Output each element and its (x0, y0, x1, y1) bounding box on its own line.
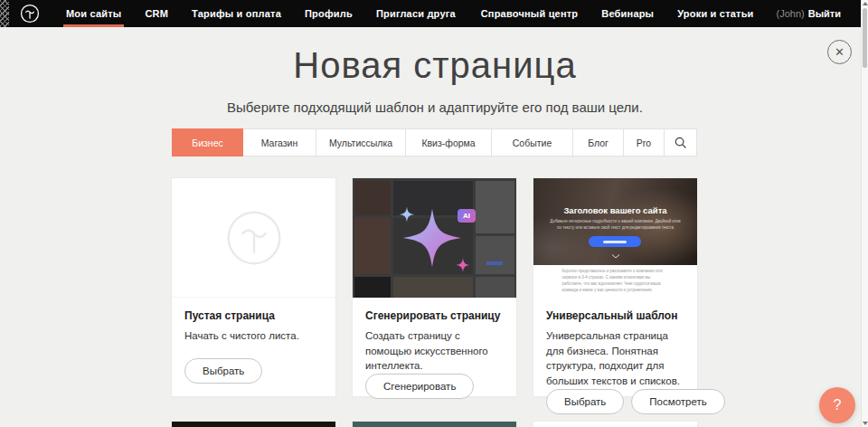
ai-badge: AI (458, 209, 476, 223)
app-window: Мои сайты CRM Тарифы и оплата Профиль Пр… (0, 0, 868, 427)
page-subtitle: Выберите подходящий шаблон и адаптируйте… (9, 100, 861, 115)
universal-template-preview: Заголовок вашего сайта Добавьте интересн… (533, 178, 697, 298)
nav-item-lessons[interactable]: Уроки и статьи (665, 8, 765, 19)
template-cards-row: Пустая страница Начать с чистого листа. … (172, 178, 697, 396)
preview-about-text: Коротко представьтесь и расскажите о ком… (562, 269, 669, 294)
user-name: (John) (777, 8, 805, 19)
card-body: Сгенерировать страницу Создать страницу … (353, 298, 516, 412)
template-cards-row-2 (172, 422, 697, 427)
card-description: Универсальная страница для бизнеса. Поня… (546, 328, 684, 389)
navbar-left-menu: Мои сайты CRM Тарифы и оплата Профиль Пр… (54, 0, 467, 27)
partial-card-3[interactable] (533, 422, 697, 427)
tab-shop[interactable]: Магазин (243, 129, 316, 156)
card-title: Сгенерировать страницу (365, 309, 504, 322)
preview-about-section: Коротко представьтесь и расскажите о ком… (533, 265, 697, 298)
page-title: Новая страница (9, 45, 861, 86)
search-tab[interactable] (665, 129, 696, 156)
navbar-right-menu: Справочный центр Вебинары Уроки и статьи… (469, 0, 852, 27)
preview-universal-button[interactable]: Посмотреть (631, 389, 724, 414)
logout-link[interactable]: Выйти (808, 8, 841, 19)
card-blank-page: Пустая страница Начать с чистого листа. … (172, 178, 335, 396)
ai-sparkle-icon (353, 178, 516, 298)
nav-user-logout[interactable]: (John) Выйти (766, 8, 852, 19)
card-title: Универсальный шаблон (546, 309, 684, 322)
scrollbar-up-arrow-icon[interactable] (863, 2, 868, 5)
card-universal-template: Заголовок вашего сайта Добавьте интересн… (533, 178, 697, 396)
ai-preview: AI (353, 178, 516, 298)
tab-blog[interactable]: Блог (573, 129, 624, 156)
generate-page-button[interactable]: Сгенерировать (365, 374, 474, 399)
blank-page-preview (172, 178, 335, 298)
nav-item-my-sites[interactable]: Мои сайты (54, 0, 133, 27)
nav-item-invite-friend[interactable]: Пригласи друга (364, 0, 467, 27)
select-universal-button[interactable]: Выбрать (546, 389, 624, 414)
card-body: Пустая страница Начать с чистого листа. … (172, 298, 335, 396)
select-blank-button[interactable]: Выбрать (184, 358, 262, 384)
tilda-logo-icon[interactable] (20, 4, 40, 24)
card-description: Начать с чистого листа. (184, 328, 323, 344)
vertical-scrollbar[interactable] (861, 0, 868, 427)
tab-multilink[interactable]: Мультиссылка (316, 129, 406, 156)
preview-hero-title: Заголовок вашего сайта (533, 205, 697, 215)
search-icon (675, 137, 686, 148)
card-body: Универсальный шаблон Универсальная стран… (533, 298, 697, 427)
card-ai-generate: AI Сгенерировать страницу Создать страни… (353, 178, 516, 396)
card-description: Создать страницу с помощью искусственног… (365, 328, 504, 374)
nav-item-profile[interactable]: Профиль (293, 0, 364, 27)
scrollbar-down-arrow-icon[interactable] (863, 422, 868, 425)
nav-item-webinars[interactable]: Вебинары (590, 8, 665, 19)
tilda-watermark-icon (225, 209, 283, 267)
top-navbar: Мои сайты CRM Тарифы и оплата Профиль Пр… (9, 0, 861, 27)
nav-item-help-center[interactable]: Справочный центр (469, 8, 590, 19)
question-mark-icon: ? (834, 397, 842, 413)
partial-card-1[interactable] (172, 422, 335, 427)
preview-hero-section: Заголовок вашего сайта Добавьте интересн… (533, 178, 697, 265)
nav-item-crm[interactable]: CRM (133, 0, 180, 27)
partial-card-2[interactable] (353, 422, 516, 427)
nav-item-tariffs[interactable]: Тарифы и оплата (180, 0, 293, 27)
card-title: Пустая страница (184, 309, 323, 322)
template-category-tabs: Бизнес Магазин Мультиссылка Квиз-форма С… (172, 128, 697, 157)
help-button[interactable]: ? (819, 387, 855, 423)
chevron-down-icon (533, 246, 697, 262)
tab-quiz-form[interactable]: Квиз-форма (406, 129, 492, 156)
preview-hero-subtitle: Добавьте интересные подробности о вашей … (550, 219, 681, 232)
scrollbar-thumb[interactable] (863, 8, 867, 68)
tab-business[interactable]: Бизнес (172, 128, 243, 157)
background-pattern (0, 0, 9, 27)
tab-event[interactable]: Событие (492, 129, 573, 156)
tab-pro[interactable]: Pro (624, 129, 665, 156)
